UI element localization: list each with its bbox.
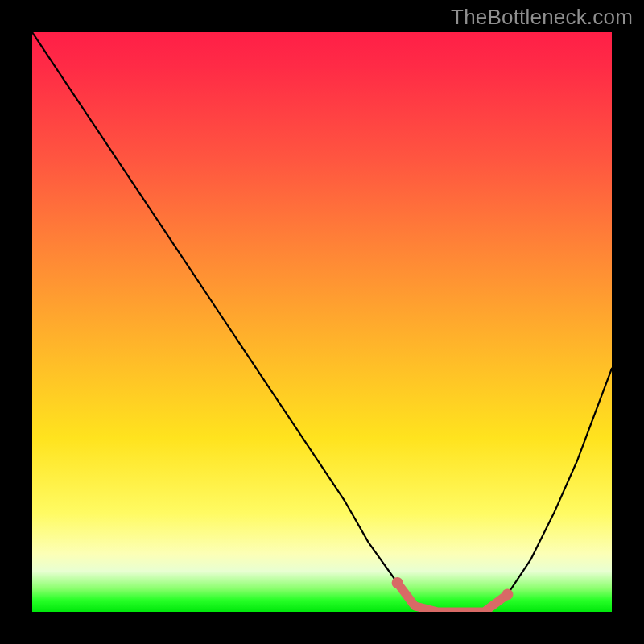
watermark-text: TheBottleneck.com xyxy=(451,5,633,30)
chart-frame: TheBottleneck.com xyxy=(0,0,644,644)
curve-path xyxy=(32,32,612,612)
highlight-dot-left xyxy=(392,577,403,588)
bottleneck-curve xyxy=(32,32,612,612)
highlight-dot-right xyxy=(502,588,513,600)
plot-area xyxy=(32,32,612,612)
highlight-band xyxy=(398,583,508,612)
